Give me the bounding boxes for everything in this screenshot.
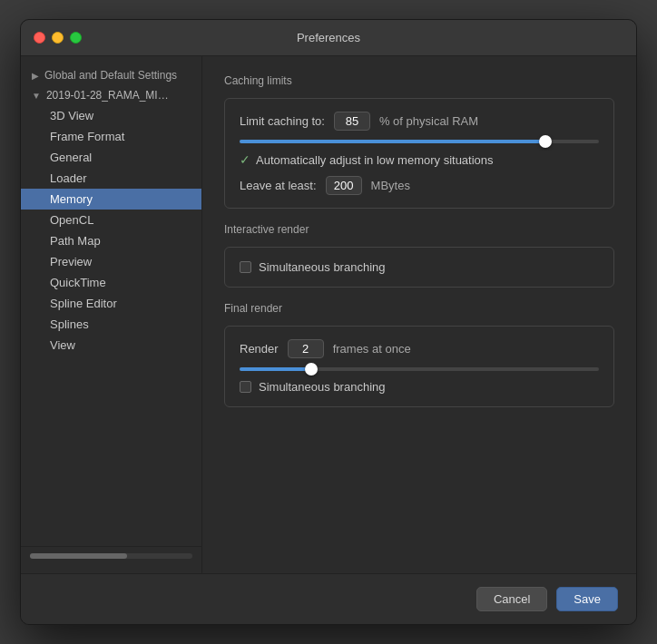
- footer: Cancel Save: [21, 573, 636, 624]
- leave-row: Leave at least: 200 MBytes: [240, 176, 599, 195]
- sidebar-item-splines[interactable]: Splines: [21, 314, 201, 335]
- interactive-simultaneous-checkbox[interactable]: [240, 261, 251, 273]
- render-label: Render: [240, 342, 279, 356]
- scrollbar-thumb[interactable]: [30, 553, 127, 559]
- leave-unit: MBytes: [371, 179, 410, 192]
- sidebar-item-loader[interactable]: Loader: [21, 168, 201, 189]
- sidebar-label-3d-view: 3D View: [50, 109, 93, 122]
- scrollbar-track: [30, 553, 192, 559]
- preferences-window: Preferences ▶ Global and Default Setting…: [20, 19, 637, 625]
- sidebar-item-global[interactable]: ▶ Global and Default Settings: [21, 65, 201, 85]
- frames-value: 2: [288, 339, 324, 358]
- caching-section: Limit caching to: 85 % of physical RAM ✓…: [224, 98, 614, 209]
- titlebar: Preferences: [21, 20, 636, 56]
- final-render-title: Final render: [224, 302, 614, 315]
- caching-slider-thumb[interactable]: [539, 135, 552, 148]
- final-render-slider-track[interactable]: [240, 367, 599, 371]
- leave-label: Leave at least:: [240, 179, 317, 192]
- sidebar-label-memory: Memory: [50, 192, 93, 206]
- sidebar-item-memory[interactable]: Memory: [21, 189, 201, 210]
- sidebar-item-project[interactable]: ▼ 2019-01-28_RAMA_MIT_BUTTE…: [21, 85, 201, 105]
- sidebar-item-spline-editor[interactable]: Spline Editor: [21, 293, 201, 314]
- final-simultaneous-checkbox[interactable]: [240, 381, 251, 393]
- auto-adjust-label: Automatically adjust in low memory situa…: [256, 153, 494, 167]
- interactive-simultaneous-row: Simultaneous branching: [240, 260, 599, 274]
- final-render-slider-thumb[interactable]: [305, 363, 318, 376]
- limit-value: 85: [334, 112, 370, 131]
- sidebar-label-preview: Preview: [50, 255, 92, 268]
- caching-section-title: Caching limits: [224, 74, 614, 87]
- limit-label: Limit caching to:: [240, 114, 325, 128]
- caching-slider-fill: [240, 140, 545, 143]
- cancel-button[interactable]: Cancel: [476, 587, 547, 611]
- minimize-button[interactable]: [52, 32, 64, 44]
- final-render-slider-fill: [240, 367, 311, 371]
- maximize-button[interactable]: [70, 32, 82, 44]
- sidebar-label-splines: Splines: [50, 317, 89, 331]
- sidebar-scrollbar[interactable]: [21, 546, 201, 564]
- render-frames-row: Render 2 frames at once: [240, 339, 599, 358]
- sidebar-scroll[interactable]: ▶ Global and Default Settings ▼ 2019-01-…: [21, 65, 201, 546]
- sidebar-label-frame-format: Frame Format: [50, 130, 124, 143]
- sidebar-label-general: General: [50, 151, 92, 164]
- sidebar-label-view: View: [50, 338, 75, 352]
- interactive-render-section: Simultaneous branching: [224, 247, 614, 288]
- sidebar-label-loader: Loader: [50, 171, 86, 185]
- sidebar-item-3d-view[interactable]: 3D View: [21, 105, 201, 126]
- sidebar-label-spline-editor: Spline Editor: [50, 297, 117, 310]
- sidebar-label-path-map: Path Map: [50, 234, 101, 248]
- frames-label: frames at once: [333, 342, 411, 356]
- sidebar-global-label: Global and Default Settings: [44, 69, 177, 82]
- sidebar-item-quicktime[interactable]: QuickTime: [21, 272, 201, 293]
- limit-unit: % of physical RAM: [379, 114, 478, 128]
- sidebar: ▶ Global and Default Settings ▼ 2019-01-…: [21, 56, 202, 573]
- main-panel: Caching limits Limit caching to: 85 % of…: [202, 56, 636, 573]
- limit-caching-row: Limit caching to: 85 % of physical RAM: [240, 112, 599, 131]
- checkmark-icon: ✓: [240, 152, 250, 167]
- final-simultaneous-row: Simultaneous branching: [240, 380, 599, 394]
- sidebar-project-label: 2019-01-28_RAMA_MIT_BUTTE…: [46, 89, 173, 102]
- auto-adjust-row: ✓ Automatically adjust in low memory sit…: [240, 152, 599, 167]
- caching-slider-row: [240, 140, 599, 143]
- sidebar-item-frame-format[interactable]: Frame Format: [21, 126, 201, 147]
- sidebar-item-view[interactable]: View: [21, 335, 201, 356]
- final-render-slider-row: [240, 367, 599, 371]
- sidebar-item-general[interactable]: General: [21, 147, 201, 168]
- traffic-lights: [34, 32, 82, 44]
- window-title: Preferences: [297, 31, 360, 44]
- arrow-icon: ▶: [32, 71, 39, 81]
- content-area: ▶ Global and Default Settings ▼ 2019-01-…: [21, 56, 636, 573]
- save-button[interactable]: Save: [556, 587, 618, 611]
- interactive-simultaneous-label: Simultaneous branching: [259, 260, 385, 274]
- interactive-render-title: Interactive render: [224, 223, 614, 236]
- final-render-section: Render 2 frames at once Simultaneous bra…: [224, 326, 614, 407]
- arrow-down-icon: ▼: [32, 91, 41, 101]
- leave-value: 200: [326, 176, 362, 195]
- close-button[interactable]: [34, 32, 45, 44]
- sidebar-label-quicktime: QuickTime: [50, 276, 106, 289]
- final-simultaneous-label: Simultaneous branching: [259, 380, 385, 394]
- sidebar-item-opencl[interactable]: OpenCL: [21, 210, 201, 230]
- sidebar-item-path-map[interactable]: Path Map: [21, 230, 201, 251]
- caching-slider-track[interactable]: [240, 140, 599, 143]
- sidebar-item-preview[interactable]: Preview: [21, 251, 201, 272]
- sidebar-label-opencl: OpenCL: [50, 213, 93, 227]
